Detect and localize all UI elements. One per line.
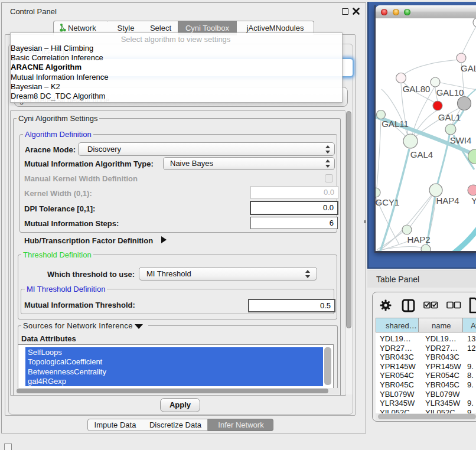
svg-text:HAP4: HAP4 [436, 195, 459, 206]
svg-text:GAL7: GAL7 [461, 63, 476, 73]
svg-text:GAL1: GAL1 [438, 112, 461, 122]
svg-text:GAL10: GAL10 [436, 87, 464, 97]
svg-text:GAL11: GAL11 [382, 119, 409, 129]
svg-text:GAL4: GAL4 [410, 149, 433, 159]
svg-text:GAL80: GAL80 [403, 84, 431, 94]
svg-text:YJ: YJ [471, 195, 476, 206]
svg-text:HAP2: HAP2 [407, 234, 430, 244]
svg-text:GCY1: GCY1 [376, 197, 399, 207]
svg-text:SWI4: SWI4 [450, 135, 472, 145]
